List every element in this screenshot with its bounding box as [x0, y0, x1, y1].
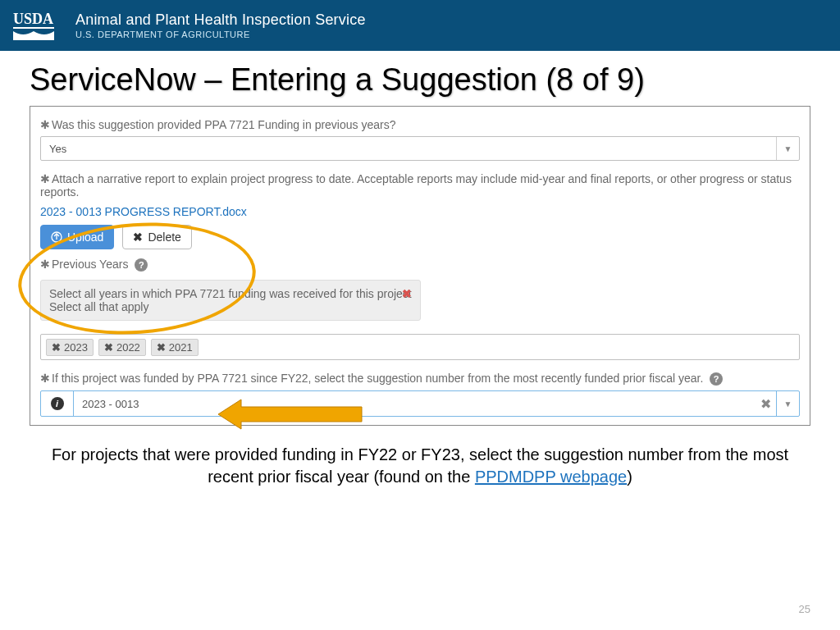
page-number: 25 [799, 603, 810, 615]
delete-button-label: Delete [148, 231, 180, 244]
label-suggestion: ✱If this project was funded by PPA 7721 … [40, 372, 800, 386]
ppdmdpp-link[interactable]: PPDMDPP webpage [475, 468, 627, 486]
select-suggestion-value: 2023 - 0013 [74, 398, 760, 410]
close-icon[interactable]: ✖ [104, 341, 113, 354]
close-icon[interactable]: ✖ [52, 341, 61, 354]
select-funding[interactable]: Yes ▼ [40, 136, 800, 161]
header-text: Animal and Plant Health Inspection Servi… [75, 11, 366, 39]
close-icon[interactable]: ✖ [402, 287, 412, 300]
dept-name: U.S. DEPARTMENT OF AGRICULTURE [75, 30, 366, 39]
prev-years-instructions: Select all years in which PPA 7721 fundi… [40, 280, 421, 321]
label-attach: ✱Attach a narrative report to explain pr… [40, 172, 800, 199]
select-suggestion[interactable]: i 2023 - 0013 ✖ ▼ [40, 390, 800, 417]
agency-name: Animal and Plant Health Inspection Servi… [75, 11, 366, 29]
year-chip[interactable]: ✖2021 [151, 339, 199, 356]
upload-button-label: Upload [67, 231, 103, 244]
slide-title: ServiceNow – Entering a Suggestion (8 of… [0, 51, 840, 106]
delete-button[interactable]: ✖ Delete [122, 225, 191, 249]
year-chip[interactable]: ✖2023 [46, 339, 94, 356]
info-cell[interactable]: i [41, 391, 74, 416]
clear-icon[interactable]: ✖ [760, 396, 771, 412]
label-prev-years: ✱Previous Years ? [40, 258, 800, 272]
svg-text:USDA: USDA [13, 11, 53, 27]
slide-caption: For projects that were provided funding … [0, 426, 840, 488]
year-chip[interactable]: ✖2022 [98, 339, 146, 356]
close-icon[interactable]: ✖ [157, 341, 166, 354]
prev-years-line2: Select all that apply [49, 300, 412, 313]
label-funding: ✱Was this suggestion provided PPA 7721 F… [40, 118, 800, 131]
form-panel: ✱Was this suggestion provided PPA 7721 F… [30, 106, 810, 426]
upload-icon [51, 231, 62, 243]
help-icon[interactable]: ? [135, 258, 148, 272]
attached-file-link[interactable]: 2023 - 0013 PROGRESS REPORT.docx [40, 205, 247, 218]
chevron-down-icon[interactable]: ▼ [776, 391, 799, 416]
prev-years-line1: Select all years in which PPA 7721 fundi… [49, 287, 412, 300]
prev-years-chipbox[interactable]: ✖2023 ✖2022 ✖2021 [40, 334, 800, 360]
info-icon: i [51, 397, 64, 410]
usda-header: USDA Animal and Plant Health Inspection … [0, 0, 840, 51]
usda-logo: USDA [13, 9, 64, 42]
chevron-down-icon[interactable]: ▼ [776, 137, 799, 160]
upload-button[interactable]: Upload [40, 225, 114, 249]
help-icon[interactable]: ? [710, 372, 723, 386]
close-icon: ✖ [133, 231, 143, 244]
select-funding-value: Yes [49, 143, 66, 155]
